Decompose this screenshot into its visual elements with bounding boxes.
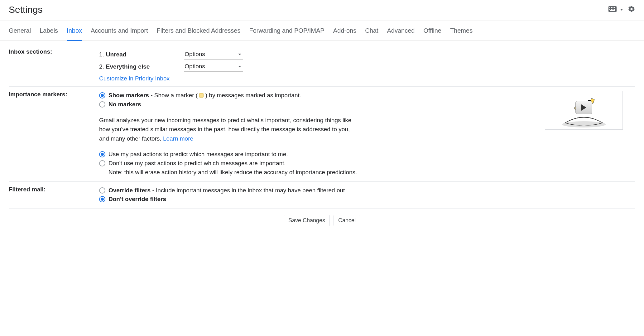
section-content-filtered: Override filters - Include important mes… xyxy=(99,186,635,204)
svg-rect-2 xyxy=(611,7,612,8)
importance-note: Note: this will erase action history and… xyxy=(108,168,635,177)
svg-rect-1 xyxy=(609,7,610,8)
learn-more-link[interactable]: Learn more xyxy=(163,135,193,142)
customize-priority-inbox-link[interactable]: Customize in Priority Inbox xyxy=(99,75,170,82)
keyboard-icon[interactable] xyxy=(608,6,617,13)
page-header: Settings xyxy=(0,0,644,21)
gear-icon[interactable] xyxy=(628,5,635,14)
radio-label-dont-use-past[interactable]: Don't use my past actions to predict whi… xyxy=(108,159,286,168)
svg-rect-7 xyxy=(613,9,613,10)
radio-use-past-actions[interactable] xyxy=(99,151,105,157)
radio-label-override-filters[interactable]: Override filters - Include important mes… xyxy=(108,186,347,195)
tab-add-ons[interactable]: Add-ons xyxy=(333,27,357,41)
section-inbox-sections: Inbox sections: 1. Unread Options 2. Eve… xyxy=(9,41,635,87)
inbox-section-name: Unread xyxy=(106,48,184,60)
settings-body: Inbox sections: 1. Unread Options 2. Eve… xyxy=(0,41,644,242)
radio-row-dont-override-filters: Don't override filters xyxy=(99,195,635,204)
radio-dont-use-past-actions[interactable] xyxy=(99,160,105,166)
radio-dont-override-filters[interactable] xyxy=(99,196,105,202)
tab-offline[interactable]: Offline xyxy=(423,27,441,41)
svg-rect-4 xyxy=(614,7,615,8)
tab-general[interactable]: General xyxy=(9,27,31,41)
inbox-section-num: 2. xyxy=(99,60,106,73)
header-actions xyxy=(608,5,635,14)
radio-label-use-past[interactable]: Use my past actions to predict which mes… xyxy=(108,150,288,159)
radio-show-markers[interactable] xyxy=(99,92,105,98)
tab-forwarding-pop-imap[interactable]: Forwarding and POP/IMAP xyxy=(249,27,324,41)
inbox-section-row: 1. Unread Options xyxy=(99,48,243,60)
radio-row-use-past: Use my past actions to predict which mes… xyxy=(99,150,635,159)
chevron-down-icon[interactable] xyxy=(620,9,623,11)
chevron-down-icon xyxy=(238,66,241,67)
radio-label-no-markers[interactable]: No markers xyxy=(108,100,141,109)
radio-label-dont-override-filters[interactable]: Don't override filters xyxy=(108,195,166,204)
cancel-button[interactable]: Cancel xyxy=(334,215,360,226)
importance-marker-icon xyxy=(199,93,204,98)
save-changes-button[interactable]: Save Changes xyxy=(284,215,330,226)
options-label: Options xyxy=(185,63,205,70)
section-content-inbox-sections: 1. Unread Options 2. Everything else xyxy=(99,48,635,82)
inbox-section-name: Everything else xyxy=(106,60,184,73)
play-icon xyxy=(575,101,592,114)
importance-description: Gmail analyzes your new incoming message… xyxy=(99,116,358,143)
inbox-section-num: 1. xyxy=(99,48,106,60)
svg-rect-8 xyxy=(614,9,615,10)
radio-no-markers[interactable] xyxy=(99,101,105,108)
radio-label-show-markers[interactable]: Show markers - Show a marker ( ) by mess… xyxy=(108,91,301,100)
inbox-section-options-dropdown[interactable]: Options xyxy=(184,49,243,60)
importance-video-thumbnail[interactable] xyxy=(545,91,623,130)
options-label: Options xyxy=(185,51,205,58)
tab-accounts-and-import[interactable]: Accounts and Import xyxy=(91,27,148,41)
radio-row-dont-use-past: Don't use my past actions to predict whi… xyxy=(99,159,635,168)
radio-override-filters[interactable] xyxy=(99,187,105,194)
section-label-filtered: Filtered mail: xyxy=(9,186,99,193)
section-importance-markers: Importance markers: Show markers - Show … xyxy=(9,87,635,182)
chevron-down-icon xyxy=(238,54,241,55)
section-label-inbox-sections: Inbox sections: xyxy=(9,48,99,55)
section-label-importance: Importance markers: xyxy=(9,91,99,98)
page-title: Settings xyxy=(9,4,42,15)
action-buttons: Save Changes Cancel xyxy=(9,209,635,233)
tab-inbox[interactable]: Inbox xyxy=(67,27,82,41)
tab-advanced[interactable]: Advanced xyxy=(387,27,415,41)
radio-row-override-filters: Override filters - Include important mes… xyxy=(99,186,635,195)
tab-labels[interactable]: Labels xyxy=(40,27,58,41)
tab-filters-and-blocked[interactable]: Filters and Blocked Addresses xyxy=(156,27,240,41)
tab-themes[interactable]: Themes xyxy=(450,27,473,41)
svg-rect-9 xyxy=(610,10,615,11)
tab-chat[interactable]: Chat xyxy=(365,27,378,41)
settings-tabs: General Labels Inbox Accounts and Import… xyxy=(0,21,644,41)
inbox-section-row: 2. Everything else Options xyxy=(99,60,243,73)
svg-rect-5 xyxy=(609,9,610,10)
inbox-section-options-dropdown[interactable]: Options xyxy=(184,61,243,72)
svg-rect-6 xyxy=(611,9,612,10)
svg-rect-3 xyxy=(613,7,613,8)
section-filtered-mail: Filtered mail: Override filters - Includ… xyxy=(9,182,635,209)
svg-point-10 xyxy=(562,121,606,127)
